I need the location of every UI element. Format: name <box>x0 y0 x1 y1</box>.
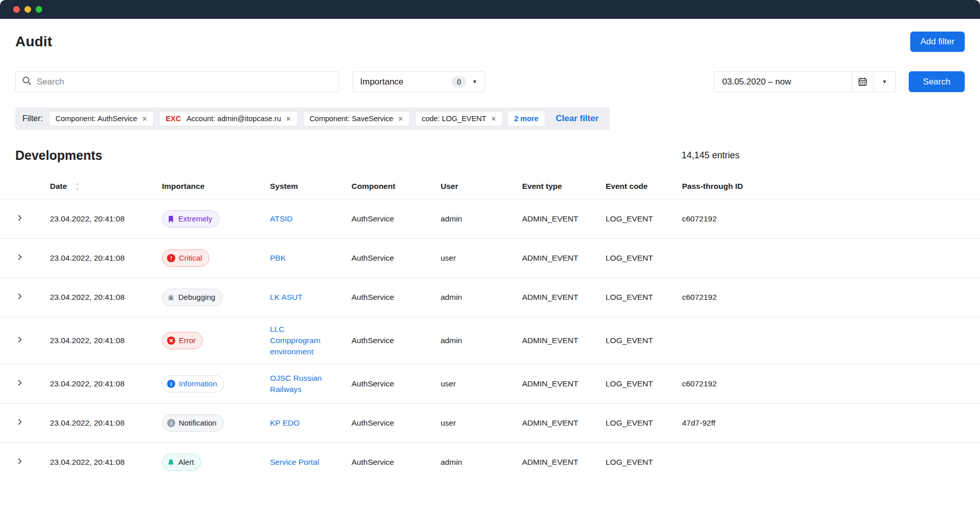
filter-label: Filter: <box>22 114 43 123</box>
importance-badge-label: Information <box>179 378 217 389</box>
cell-date: 23.04.2022, 20:41:08 <box>50 317 162 364</box>
close-window-button[interactable] <box>13 6 20 13</box>
filter-chip[interactable]: Component: AuthService✕ <box>49 111 154 126</box>
cell-date: 23.04.2022, 20:41:08 <box>50 278 162 317</box>
cell-pass-through-id <box>682 317 980 364</box>
importance-count-badge: 0 <box>452 76 466 88</box>
expand-row-chevron-right-icon[interactable] <box>16 418 23 426</box>
search-icon <box>22 76 32 88</box>
cell-component: AuthService <box>351 317 441 364</box>
importance-dropdown[interactable]: Importance 0 ▼ <box>352 71 485 92</box>
importance-badge-label: Critical <box>179 252 202 264</box>
cell-event-type: ADMIN_EVENT <box>522 214 578 223</box>
x-circle-icon: ✕ <box>167 336 175 345</box>
column-header-event-type: Event type <box>522 174 606 200</box>
expand-row-chevron-right-icon[interactable] <box>16 336 23 343</box>
expand-row-chevron-right-icon[interactable] <box>16 458 23 465</box>
column-header-date[interactable]: Date <box>50 174 162 200</box>
cell-event-type: ADMIN_EVENT <box>522 293 578 301</box>
system-link[interactable]: LK ASUT <box>270 292 303 303</box>
clear-filter-link[interactable]: Clear filter <box>556 114 598 124</box>
cell-user: user <box>441 239 522 278</box>
system-link[interactable]: LLC Compprogram environment <box>270 324 325 357</box>
cell-event-code: LOG_EVENT <box>606 200 682 239</box>
cell-event-type: ADMIN_EVENT <box>522 254 578 262</box>
bug-icon <box>167 294 175 301</box>
expand-row-chevron-right-icon[interactable] <box>16 254 23 261</box>
importance-badge: Alert <box>162 454 201 471</box>
table-row: 23.04.2022, 20:41:08 Alert Service Porta… <box>0 443 980 482</box>
cell-event-type: ADMIN_EVENT <box>522 458 578 466</box>
cell-event-code: LOG_EVENT <box>606 239 682 278</box>
zoom-window-button[interactable] <box>36 6 42 13</box>
audit-table: Date Importance System Component User Ev… <box>0 174 980 482</box>
filter-chip[interactable]: code: LOG_EVENT✕ <box>415 111 503 126</box>
system-link[interactable]: Service Portal <box>270 457 319 468</box>
cell-user: user <box>441 404 522 443</box>
search-input[interactable] <box>37 77 333 87</box>
sort-icon[interactable] <box>74 182 80 191</box>
importance-dropdown-label: Importance <box>360 77 403 87</box>
date-range-picker[interactable]: 03.05.2020 – now ▼ <box>714 71 896 92</box>
column-header-importance: Importance <box>162 174 270 200</box>
remove-filter-icon[interactable]: ✕ <box>286 115 291 123</box>
system-link[interactable]: ATSID <box>270 213 293 225</box>
column-header-user: User <box>441 174 522 200</box>
filter-chip[interactable]: Component: SaveService✕ <box>303 111 410 126</box>
date-range-value: 03.05.2020 – now <box>714 72 852 92</box>
importance-badge: Debugging <box>162 289 223 306</box>
exclude-prefix: EXC <box>166 115 181 123</box>
more-filters-button[interactable]: 2 more <box>508 111 545 126</box>
importance-badge: Extremely <box>162 210 220 228</box>
minimize-window-button[interactable] <box>24 6 31 13</box>
calendar-icon[interactable] <box>852 72 873 92</box>
cell-event-code: LOG_EVENT <box>606 278 682 317</box>
remove-filter-icon[interactable]: ✕ <box>398 115 403 123</box>
search-button[interactable]: Search <box>909 71 965 92</box>
info-circle-icon: i <box>167 419 175 427</box>
window-titlebar <box>0 0 980 19</box>
cell-component: AuthService <box>351 443 441 482</box>
cell-event-code: LOG_EVENT <box>606 364 682 404</box>
table-header-row: Date Importance System Component User Ev… <box>0 174 980 200</box>
expand-row-chevron-right-icon[interactable] <box>16 214 23 221</box>
cell-user: user <box>441 364 522 404</box>
column-header-pass-through-id: Pass-through ID <box>682 174 980 200</box>
cell-event-type: ADMIN_EVENT <box>522 379 578 388</box>
cell-event-type: ADMIN_EVENT <box>522 418 578 427</box>
cell-event-type: ADMIN_EVENT <box>522 336 578 345</box>
expand-row-chevron-right-icon[interactable] <box>16 379 23 386</box>
column-header-event-code: Event code <box>606 174 682 200</box>
chevron-down-icon: ▼ <box>472 79 477 85</box>
cell-component: AuthService <box>351 404 441 443</box>
column-header-component: Component <box>351 174 441 200</box>
cell-component: AuthService <box>351 278 441 317</box>
cell-user: admin <box>441 317 522 364</box>
filter-chip-label: Account: admin@itopcase.ru <box>186 115 281 123</box>
cell-pass-through-id: c6072192 <box>682 200 980 239</box>
table-row: 23.04.2022, 20:41:08 ! Critical PBK Auth… <box>0 239 980 278</box>
cell-component: AuthService <box>351 364 441 404</box>
search-box[interactable] <box>15 71 339 92</box>
expand-row-chevron-right-icon[interactable] <box>16 293 23 300</box>
cell-pass-through-id <box>682 443 980 482</box>
entries-count: 14,145 entries <box>682 150 740 161</box>
cell-pass-through-id: c6072192 <box>682 278 980 317</box>
importance-badge: i Notification <box>162 414 224 432</box>
cell-event-code: LOG_EVENT <box>606 317 682 364</box>
cell-pass-through-id: 47d7-92ff <box>682 404 980 443</box>
cell-date: 23.04.2022, 20:41:08 <box>50 404 162 443</box>
filter-chip[interactable]: EXCAccount: admin@itopcase.ru✕ <box>159 111 297 126</box>
add-filter-button[interactable]: Add filter <box>910 32 965 52</box>
date-range-chevron-down-icon[interactable]: ▼ <box>873 72 895 92</box>
app-window: Audit Add filter Importance 0 ▼ 03.05.20… <box>0 0 980 505</box>
remove-filter-icon[interactable]: ✕ <box>142 115 147 123</box>
page-title: Audit <box>15 34 52 50</box>
system-link[interactable]: KP EDO <box>270 417 300 429</box>
importance-badge-label: Notification <box>179 417 216 429</box>
system-link[interactable]: OJSC Russian Railways <box>270 373 325 395</box>
system-link[interactable]: PBK <box>270 252 286 264</box>
column-header-system: System <box>270 174 351 200</box>
cell-date: 23.04.2022, 20:41:08 <box>50 200 162 239</box>
remove-filter-icon[interactable]: ✕ <box>491 115 497 123</box>
